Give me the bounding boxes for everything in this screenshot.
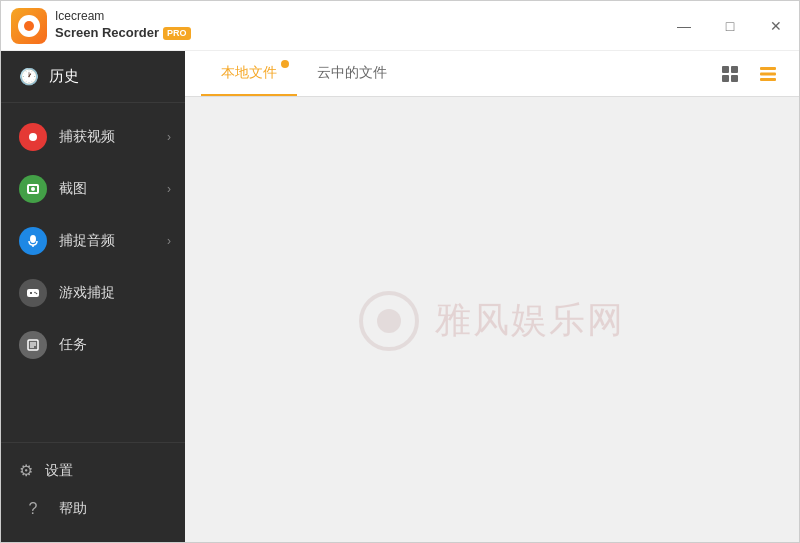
grid-view-button[interactable] <box>715 59 745 89</box>
sidebar-item-capture-video[interactable]: 捕获视频 › <box>1 111 185 163</box>
sidebar: 🕐 历史 捕获视频 › 截图 <box>1 51 185 543</box>
svg-point-0 <box>29 133 37 141</box>
svg-rect-15 <box>731 66 738 73</box>
game-capture-icon <box>19 279 47 307</box>
watermark-text: 雅风娱乐网 <box>435 296 625 345</box>
svg-point-2 <box>31 187 35 191</box>
list-view-button[interactable] <box>753 59 783 89</box>
svg-rect-20 <box>760 78 776 81</box>
view-controls <box>715 59 783 89</box>
svg-rect-14 <box>722 66 729 73</box>
tabs-left: 本地文件 云中的文件 <box>201 52 407 96</box>
tab-local-files[interactable]: 本地文件 <box>201 52 297 96</box>
svg-rect-5 <box>27 289 39 297</box>
sidebar-history: 🕐 历史 <box>1 51 185 103</box>
content-area: 本地文件 云中的文件 <box>185 51 799 543</box>
screenshot-icon <box>19 175 47 203</box>
sidebar-item-settings[interactable]: ⚙ 设置 <box>1 451 185 490</box>
minimize-button[interactable]: — <box>661 1 707 51</box>
chevron-right-icon: › <box>167 234 171 248</box>
content-tabs: 本地文件 云中的文件 <box>185 51 799 97</box>
svg-rect-19 <box>760 72 776 75</box>
chevron-right-icon: › <box>167 130 171 144</box>
sidebar-nav: 捕获视频 › 截图 › <box>1 103 185 442</box>
clock-icon: 🕐 <box>19 67 39 86</box>
title-bar: Icecream Screen RecorderPRO — □ ✕ <box>1 1 799 51</box>
app-logo <box>11 8 47 44</box>
capture-audio-icon <box>19 227 47 255</box>
settings-icon: ⚙ <box>19 461 33 480</box>
help-icon: ? <box>19 500 47 518</box>
app-branding: Icecream Screen RecorderPRO <box>11 8 191 44</box>
svg-rect-16 <box>722 75 729 82</box>
capture-video-icon <box>19 123 47 151</box>
sidebar-item-game-capture[interactable]: 游戏捕捉 <box>1 267 185 319</box>
app-title: Icecream Screen RecorderPRO <box>55 9 191 41</box>
svg-point-3 <box>30 235 36 243</box>
sidebar-item-capture-audio[interactable]: 捕捉音频 › <box>1 215 185 267</box>
main-layout: 🕐 历史 捕获视频 › 截图 <box>1 51 799 543</box>
close-button[interactable]: ✕ <box>753 1 799 51</box>
window-controls: — □ ✕ <box>661 1 799 51</box>
tasks-icon <box>19 331 47 359</box>
tab-badge <box>281 60 289 68</box>
svg-rect-17 <box>731 75 738 82</box>
sidebar-item-tasks[interactable]: 任务 <box>1 319 185 371</box>
sidebar-item-screenshot[interactable]: 截图 › <box>1 163 185 215</box>
svg-point-8 <box>34 292 36 294</box>
sidebar-item-help[interactable]: ? 帮助 <box>1 490 185 528</box>
sidebar-bottom: ⚙ 设置 ? 帮助 <box>1 442 185 543</box>
tab-cloud-files[interactable]: 云中的文件 <box>297 52 407 96</box>
watermark-icon <box>359 291 419 351</box>
maximize-button[interactable]: □ <box>707 1 753 51</box>
watermark: 雅风娱乐网 <box>359 291 625 351</box>
svg-point-9 <box>36 293 38 295</box>
chevron-right-icon: › <box>167 182 171 196</box>
svg-rect-18 <box>760 67 776 70</box>
pro-badge: PRO <box>163 27 191 41</box>
content-body: 雅风娱乐网 <box>185 97 799 543</box>
